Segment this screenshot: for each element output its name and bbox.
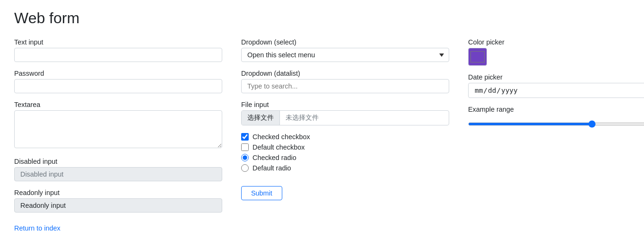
disabled-input-group: Disabled input [14,158,222,181]
checked-checkbox-item: Checked checkbox [241,133,449,141]
textarea-group: Textarea [14,101,222,150]
text-input[interactable] [14,48,222,62]
textarea-input[interactable] [14,110,222,148]
color-picker-label: Color picker [468,38,644,46]
default-radio-item: Default radio [241,164,449,172]
readonly-input[interactable] [14,198,222,213]
column-3: Color picker Date picker Example range [468,38,644,139]
password-input[interactable] [14,79,222,93]
range-label: Example range [468,106,644,113]
color-picker-input[interactable] [468,48,487,66]
readonly-input-group: Readonly input [14,189,222,213]
range-wrapper [468,115,644,131]
dropdown-select-label: Dropdown (select) [241,38,449,46]
file-choose-button[interactable]: 选择文件 [242,111,280,125]
checked-radio-item: Checked radio [241,154,449,161]
readonly-input-label: Readonly input [14,189,222,196]
password-group: Password [14,70,222,93]
date-picker-label: Date picker [468,73,644,81]
range-group: Example range [468,106,644,131]
submit-button[interactable]: Submit [241,186,282,200]
password-label: Password [14,70,222,77]
submit-group: Submit [241,182,449,200]
page-title: Web form [14,9,630,27]
checked-radio[interactable] [241,154,249,161]
checked-checkbox-label: Checked checkbox [252,133,310,141]
disabled-input [14,167,222,181]
default-checkbox-label: Default checkbox [252,143,305,151]
dropdown-select-group: Dropdown (select) Open this select menu [241,38,449,62]
return-to-index-link[interactable]: Return to index [14,224,61,232]
default-checkbox[interactable] [241,143,249,151]
date-picker-input[interactable] [468,83,644,98]
date-picker-group: Date picker [468,73,644,98]
color-picker-group: Color picker [468,38,644,66]
text-input-group: Text input [14,38,222,62]
color-picker-wrapper [468,48,644,66]
dropdown-datalist-group: Dropdown (datalist) [241,70,449,93]
checked-checkbox[interactable] [241,133,249,141]
default-checkbox-item: Default checkbox [241,143,449,151]
default-radio-label: Default radio [252,164,291,172]
column-2: Dropdown (select) Open this select menu … [241,38,449,208]
file-no-file-label: 未选择文件 [280,111,449,125]
textarea-label: Textarea [14,101,222,108]
file-input-wrapper: 选择文件 未选择文件 [241,110,449,125]
default-radio[interactable] [241,164,249,172]
column-1: Text input Password Textarea Disabled in… [14,38,222,232]
file-input-label: File input [241,101,449,108]
range-input[interactable] [468,123,644,125]
file-input-group: File input 选择文件 未选择文件 [241,101,449,125]
disabled-input-label: Disabled input [14,158,222,165]
text-input-label: Text input [14,38,222,46]
return-link-wrapper: Return to index [14,224,222,232]
checkboxes-group: Checked checkbox Default checkbox Checke… [241,133,449,175]
datalist-input[interactable] [241,79,449,93]
dropdown-select[interactable]: Open this select menu [241,48,449,62]
dropdown-datalist-label: Dropdown (datalist) [241,70,449,77]
checked-radio-label: Checked radio [252,154,296,161]
